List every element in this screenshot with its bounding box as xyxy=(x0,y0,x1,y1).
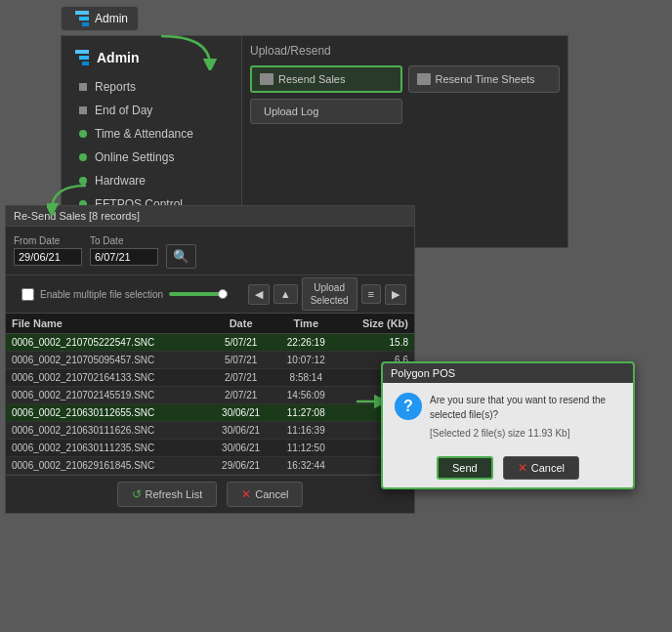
multiple-selection-checkbox[interactable] xyxy=(21,288,34,301)
table-row[interactable]: 0006_0002_210630111235.SNC 30/06/21 11:1… xyxy=(6,440,414,457)
arrow-to-panel xyxy=(151,31,230,70)
table-row[interactable]: 0006_0002_210630111626.SNC 30/06/21 11:1… xyxy=(6,422,414,440)
dialog-body: ? Are you sure that you want to resend t… xyxy=(383,383,633,450)
cell-time: 22:26:19 xyxy=(273,334,339,352)
menu-label-hardware: Hardware xyxy=(95,174,146,188)
cell-time: 11:27:08 xyxy=(273,404,339,422)
menu-label-reports: Reports xyxy=(95,80,136,94)
dialog-title: Polygon POS xyxy=(391,367,455,379)
cell-date: 30/06/21 xyxy=(208,422,273,440)
col-date: Date xyxy=(208,314,273,334)
nav-left-button[interactable]: ◀ xyxy=(248,284,270,305)
cancel-label: Cancel xyxy=(255,488,288,500)
search-button[interactable]: 🔍 xyxy=(166,244,196,269)
from-date-input[interactable] xyxy=(14,248,82,266)
menu-label-online: Online Settings xyxy=(95,150,174,164)
upload-selected-button[interactable]: UploadSelected xyxy=(302,277,357,311)
cell-date: 2/07/21 xyxy=(208,369,273,387)
upload-buttons-grid: Resend Sales Resend Time Sheets xyxy=(250,65,560,93)
dialog-cancel-button[interactable]: ✕ Cancel xyxy=(503,456,579,480)
dialog-cancel-label: Cancel xyxy=(531,462,565,474)
cell-time: 8:58:14 xyxy=(273,369,339,387)
menu-item-time[interactable]: Time & Attendance xyxy=(62,122,241,146)
resend-sales-label: Resend Sales xyxy=(278,73,346,85)
menu-item-reports[interactable]: Reports xyxy=(62,75,241,99)
multiple-selection-label: Enable multiple file selection xyxy=(40,289,163,300)
dialog-box: Polygon POS ? Are you sure that you want… xyxy=(381,361,635,489)
col-filename: File Name xyxy=(6,314,208,334)
cell-date: 30/06/21 xyxy=(208,404,273,422)
table-row[interactable]: 0006_0002_210702164133.SNC 2/07/21 8:58:… xyxy=(6,369,414,387)
refresh-list-button[interactable]: ↺ Refresh List xyxy=(117,482,218,507)
cell-filename: 0006_0002_210705095457.SNC xyxy=(6,352,208,369)
endofday-icon xyxy=(79,106,87,114)
col-time: Time xyxy=(273,314,339,334)
cell-filename: 0006_0002_210630111626.SNC xyxy=(6,422,208,440)
nav-export-button[interactable]: ▶ xyxy=(385,284,406,305)
cell-filename: 0006_0002_210630112655.SNC xyxy=(6,404,208,422)
upload-resend-title: Upload/Resend xyxy=(250,44,560,58)
cell-filename: 0006_0002_210702164133.SNC xyxy=(6,369,208,387)
from-date-group: From Date xyxy=(14,235,82,266)
cell-filename: 0006_0002_210705222547.SNC xyxy=(6,334,208,352)
cell-date: 5/07/21 xyxy=(208,334,273,352)
menu-label-time: Time & Attendance xyxy=(95,127,193,141)
cell-filename: 0006_0002_210630111235.SNC xyxy=(6,440,208,457)
dialog-question-icon: ? xyxy=(395,393,422,420)
table-row[interactable]: 0006_0002_210629161845.SNC 29/06/21 16:3… xyxy=(6,457,414,475)
dialog-cancel-icon: ✕ xyxy=(518,461,527,475)
admin-icon xyxy=(71,11,89,26)
table-row[interactable]: 0006_0002_210705222547.SNC 5/07/21 22:26… xyxy=(6,334,414,352)
cell-filename: 0006_0002_210629161845.SNC xyxy=(6,457,208,475)
cell-time: 14:56:09 xyxy=(273,387,339,404)
cell-time: 11:12:50 xyxy=(273,440,339,457)
dialog-message: Are you sure that you want to resend the… xyxy=(430,393,621,422)
cell-date: 30/06/21 xyxy=(208,440,273,457)
menu-item-endofday[interactable]: End of Day xyxy=(62,99,241,122)
admin-tab-label: Admin xyxy=(95,12,128,25)
resend-timesheets-button[interactable]: Resend Time Sheets xyxy=(408,65,561,93)
resend-controls: From Date To Date 🔍 xyxy=(6,227,414,275)
to-date-input[interactable] xyxy=(90,248,158,266)
cell-time: 16:32:44 xyxy=(273,457,339,475)
refresh-label: Refresh List xyxy=(146,488,203,500)
dialog-title-bar: Polygon POS xyxy=(383,363,633,383)
to-date-label: To Date xyxy=(90,235,158,246)
cell-size: 15.8 xyxy=(339,334,414,352)
resend-panel: Re-Send Sales [8 records] From Date To D… xyxy=(5,205,415,514)
admin-menu-icon xyxy=(71,50,89,65)
dialog-send-label: Send xyxy=(452,462,478,474)
from-date-label: From Date xyxy=(14,235,82,246)
reports-icon xyxy=(79,83,87,91)
time-icon xyxy=(79,130,87,138)
online-icon xyxy=(79,153,87,161)
resend-timesheets-label: Resend Time Sheets xyxy=(436,73,535,85)
cell-time: 10:07:12 xyxy=(273,352,339,369)
cell-time: 11:16:39 xyxy=(273,422,339,440)
cancel-x-icon: ✕ xyxy=(241,487,251,501)
cell-date: 2/07/21 xyxy=(208,387,273,404)
cell-date: 29/06/21 xyxy=(208,457,273,475)
nav-sort-button[interactable]: ≡ xyxy=(361,284,381,304)
menu-label-endofday: End of Day xyxy=(95,104,152,117)
refresh-icon: ↺ xyxy=(132,487,142,501)
dialog-footer: Send ✕ Cancel xyxy=(383,450,633,487)
resend-footer: ↺ Refresh List ✕ Cancel xyxy=(6,475,414,513)
table-row[interactable]: 0006_0002_210705095457.SNC 5/07/21 10:07… xyxy=(6,352,414,369)
dialog-text: Are you sure that you want to resend the… xyxy=(430,393,621,441)
resend-sales-button[interactable]: Resend Sales xyxy=(250,65,402,93)
nav-up-button[interactable]: ▲ xyxy=(273,284,298,304)
arrow-to-resend xyxy=(47,181,96,220)
resend-sales-icon xyxy=(260,73,273,85)
admin-menu-title: Admin xyxy=(97,50,140,65)
slider[interactable] xyxy=(169,292,228,296)
cell-filename: 0006_0002_210702145519.SNC xyxy=(6,387,208,404)
resend-timesheets-icon xyxy=(417,73,431,85)
cancel-button[interactable]: ✕ Cancel xyxy=(227,482,303,507)
cell-date: 5/07/21 xyxy=(208,352,273,369)
upload-log-label: Upload Log xyxy=(264,105,318,117)
upload-log-button[interactable]: Upload Log xyxy=(250,99,402,124)
menu-item-online[interactable]: Online Settings xyxy=(62,146,241,169)
admin-tab[interactable]: Admin xyxy=(61,6,139,31)
dialog-send-button[interactable]: Send xyxy=(437,456,493,480)
